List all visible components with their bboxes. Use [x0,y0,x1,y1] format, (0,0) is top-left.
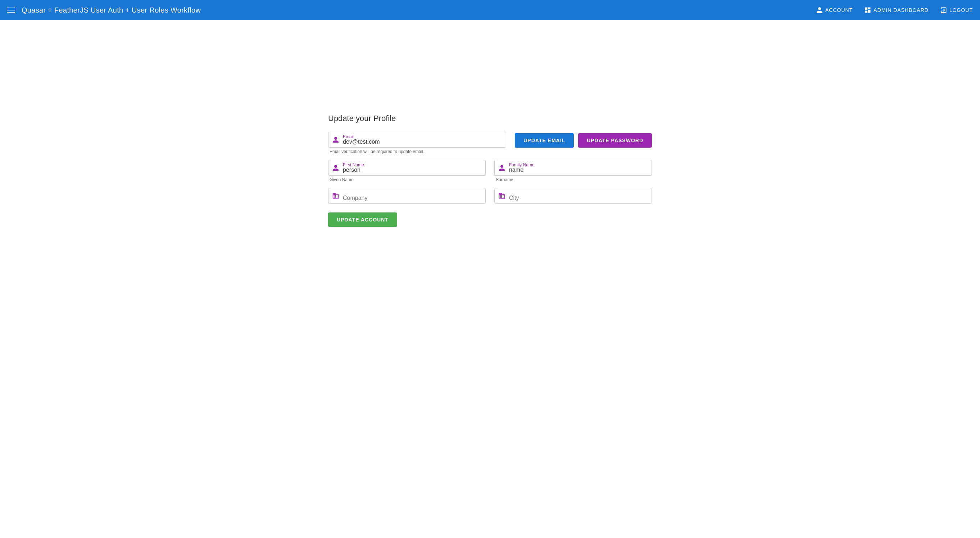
city-building-icon [498,192,506,200]
header-nav: ACCOUNT ADMIN DASHBOARD LOGOUT [816,6,973,14]
update-account-button[interactable]: UPDATE ACCOUNT [328,212,397,227]
family-name-label: Family Name [509,163,535,168]
menu-icon[interactable] [7,8,15,13]
first-name-label: First Name [343,163,364,168]
first-name-person-icon [332,164,339,171]
family-name-col: Family Name Surname [494,160,652,182]
account-nav-item[interactable]: ACCOUNT [816,6,853,14]
app-header: Quasar + FeatherJS User Auth + User Role… [0,0,980,20]
admin-dashboard-nav-item[interactable]: ADMIN DASHBOARD [864,6,929,14]
section-title: Update your Profile [328,114,652,123]
logout-icon [940,6,947,14]
main-content: Update your Profile Email Email verifica… [0,20,980,538]
first-name-col: First Name Given Name [328,160,486,182]
city-col [494,188,652,204]
update-account-row: UPDATE ACCOUNT [328,212,652,227]
profile-section: Update your Profile Email Email verifica… [328,42,652,227]
email-input[interactable] [343,139,501,145]
update-email-button[interactable]: UPDATE EMAIL [515,133,574,148]
update-password-button[interactable]: UPDATE PASSWORD [578,133,652,148]
first-name-input-group[interactable]: First Name [328,160,486,176]
family-name-helper: Surname [496,177,652,182]
company-city-row [328,188,652,204]
family-name-person-icon [498,164,506,171]
city-input[interactable] [509,195,647,201]
email-label: Email [343,134,354,139]
first-name-helper: Given Name [329,177,486,182]
family-name-input-group[interactable]: Family Name [494,160,652,176]
company-building-icon [332,192,339,200]
app-title: Quasar + FeatherJS User Auth + User Role… [22,6,816,14]
first-name-input[interactable] [343,167,481,173]
account-icon [816,6,823,14]
logout-nav-item[interactable]: LOGOUT [940,6,973,14]
email-row: Email Email verification will be require… [328,132,652,154]
company-col [328,188,486,204]
family-name-input[interactable] [509,167,647,173]
email-person-icon [332,136,339,143]
account-label: ACCOUNT [825,7,853,13]
email-input-group[interactable]: Email [328,132,506,148]
admin-dashboard-label: ADMIN DASHBOARD [873,7,929,13]
email-helper-text: Email verification will be required to u… [329,149,506,154]
city-input-group[interactable] [494,188,652,204]
admin-dashboard-icon [864,6,871,14]
name-row: First Name Given Name Family Name Surnam… [328,160,652,182]
company-input[interactable] [343,195,481,201]
email-actions: UPDATE EMAIL UPDATE PASSWORD [515,132,652,148]
logout-label: LOGOUT [950,7,973,13]
email-field-wrapper: Email Email verification will be require… [328,132,506,154]
company-input-group[interactable] [328,188,486,204]
